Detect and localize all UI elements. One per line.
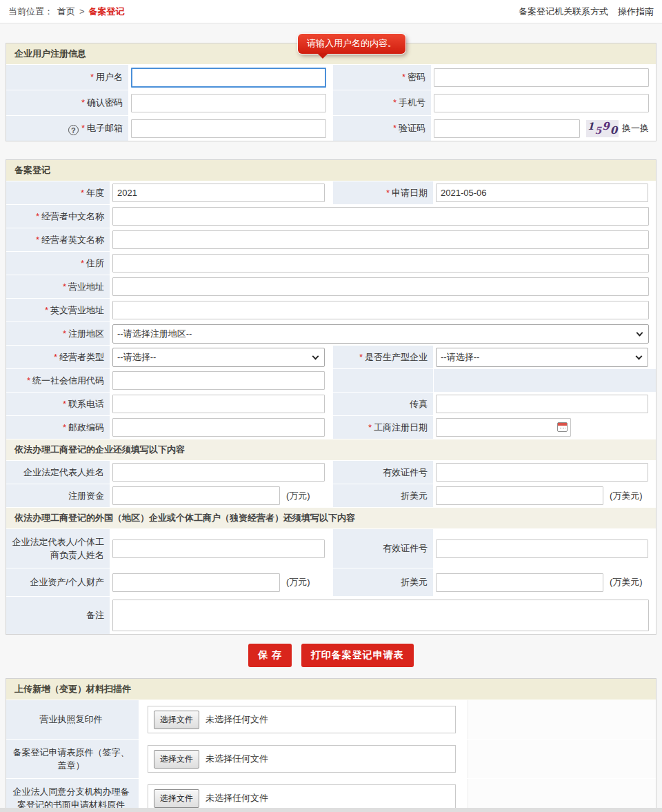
mobile-label: 手机号 <box>399 97 425 108</box>
upload-application-label: 备案登记申请表原件（签字、盖章） <box>13 747 130 771</box>
form-row: *邮政编码 *工商注册日期 <box>6 416 656 439</box>
choose-file-button[interactable]: 选择文件 <box>154 750 199 769</box>
form-row: *统一社会信用代码 <box>6 369 656 392</box>
print-application-button[interactable]: 打印备案登记申请表 <box>301 644 414 667</box>
topbar: 当前位置： 首页 > 备案登记 备案登记机关联系方式 操作指南 <box>0 0 662 23</box>
assets-label: 企业资产/个人财产 <box>30 577 104 587</box>
required-mark: * <box>402 72 405 82</box>
username-input[interactable] <box>131 68 326 88</box>
file-input-license: 选择文件 未选择任何文件 <box>148 706 456 733</box>
help-icon[interactable]: ? <box>68 125 79 135</box>
fax-input[interactable] <box>436 395 648 413</box>
required-mark: * <box>81 123 85 133</box>
form-row: *经营者英文名称 <box>6 228 656 251</box>
email-input[interactable] <box>131 119 326 138</box>
form-row: *用户名 *密码 <box>6 65 656 90</box>
required-mark: * <box>81 97 85 108</box>
empty-cell <box>468 740 656 778</box>
region-select[interactable]: --请选择注册地区-- <box>112 324 649 344</box>
contact-link[interactable]: 备案登记机关联系方式 <box>519 6 608 18</box>
captcha-digit: 9 <box>602 120 609 132</box>
phone-input[interactable] <box>112 395 325 413</box>
is-production-label: 是否生产型企业 <box>365 352 428 362</box>
year-input[interactable] <box>112 184 325 202</box>
form-row: ?*电子邮箱 *验证码 1 5 9 0 换一换 <box>6 116 656 141</box>
file-status-text: 未选择任何文件 <box>205 792 268 804</box>
foreign-id-no-label: 有效证件号 <box>383 543 428 553</box>
choose-file-button[interactable]: 选择文件 <box>154 711 199 729</box>
register-section: 企业用户注册信息 *用户名 *密码 *确认密码 *手机号 ?*电子邮箱 *验证码… <box>6 43 656 141</box>
en-biz-address-label: 英文营业地址 <box>50 305 104 315</box>
remark-textarea[interactable] <box>112 600 649 631</box>
save-button[interactable]: 保 存 <box>248 644 292 667</box>
postcode-label: 邮政编码 <box>68 422 104 433</box>
capital-input[interactable] <box>112 486 280 505</box>
operator-type-select[interactable]: --请选择-- <box>112 348 325 367</box>
reg-date-input[interactable] <box>436 418 571 437</box>
legal-rep-label: 企业法定代表人姓名 <box>23 467 104 477</box>
apply-date-input[interactable] <box>436 184 648 202</box>
residence-label: 住所 <box>86 258 104 268</box>
credit-code-label: 统一社会信用代码 <box>32 375 104 386</box>
upload-row: 企业法人同意分支机构办理备案登记的书面申请材料原件 选择文件 未选择任何文件 <box>6 779 656 812</box>
calendar-icon[interactable] <box>557 422 568 432</box>
choose-file-button[interactable]: 选择文件 <box>154 789 199 808</box>
captcha-digit: 5 <box>595 125 602 136</box>
upload-section: 上传新增（变更）材料扫描件 营业执照复印件 选择文件 未选择任何文件 备案登记申… <box>6 678 656 812</box>
foreign-rep-label: 企业法定代表人/个体工商负责人姓名 <box>12 537 104 561</box>
form-row: *年度 *申请日期 <box>6 181 656 204</box>
id-no-input[interactable] <box>436 463 648 482</box>
form-row: *住所 <box>6 252 656 275</box>
cn-name-label: 经营者中文名称 <box>41 211 104 221</box>
en-name-input[interactable] <box>112 230 649 249</box>
filing-section: 备案登记 *年度 *申请日期 *经营者中文名称 *经营者英文名称 *住所 *营业… <box>6 159 656 635</box>
is-production-select[interactable]: --请选择-- <box>436 348 648 367</box>
upload-section-title: 上传新增（变更）材料扫描件 <box>6 679 656 700</box>
mobile-input[interactable] <box>434 94 649 112</box>
assets-usd-input[interactable] <box>436 573 603 592</box>
empty-cell <box>333 369 433 392</box>
password-input[interactable] <box>434 68 649 87</box>
file-input-application: 选择文件 未选择任何文件 <box>148 745 456 773</box>
cn-name-input[interactable] <box>112 207 649 226</box>
credit-code-input[interactable] <box>112 371 325 390</box>
phone-label: 联系电话 <box>68 399 104 409</box>
domestic-subsection-title: 依法办理工商登记的企业还须填写以下内容 <box>6 439 656 460</box>
confirm-password-input[interactable] <box>131 94 326 112</box>
legal-rep-input[interactable] <box>112 463 325 482</box>
capital-usd-input[interactable] <box>436 486 603 505</box>
confirm-password-label: 确认密码 <box>87 97 123 108</box>
captcha-input[interactable] <box>434 119 580 138</box>
biz-address-input[interactable] <box>112 277 649 296</box>
file-status-text: 未选择任何文件 <box>205 713 268 726</box>
required-mark: * <box>393 123 397 133</box>
capital-label: 注册资金 <box>68 491 104 501</box>
page-bottom-divider <box>0 808 662 812</box>
foreign-id-no-input[interactable] <box>436 539 648 558</box>
required-mark: * <box>393 97 397 108</box>
postcode-input[interactable] <box>112 418 325 437</box>
required-mark: * <box>359 352 363 362</box>
required-mark: * <box>368 422 372 433</box>
password-label: 密码 <box>408 72 425 82</box>
required-mark: * <box>63 422 66 433</box>
guide-link[interactable]: 操作指南 <box>618 6 654 18</box>
apply-date-label: 申请日期 <box>392 188 428 198</box>
foreign-subsection-title: 依法办理工商登记的外国（地区）企业或个体工商户（独资经营者）还须填写以下内容 <box>6 508 656 528</box>
upload-row: 营业执照复印件 选择文件 未选择任何文件 <box>6 700 656 739</box>
residence-input[interactable] <box>112 254 649 273</box>
assets-input[interactable] <box>112 573 280 592</box>
breadcrumb: 当前位置： 首页 > 备案登记 <box>8 6 125 18</box>
captcha-refresh-link[interactable]: 换一换 <box>622 122 649 135</box>
form-row: 企业资产/个人财产 (万元) 折美元 (万美元) <box>6 568 656 596</box>
empty-cell <box>468 700 656 739</box>
form-row: *经营者类型 --请选择-- *是否生产型企业 --请选择-- <box>6 346 656 368</box>
assets-usd-label: 折美元 <box>401 577 428 587</box>
region-label: 注册地区 <box>68 328 104 339</box>
breadcrumb-home-link[interactable]: 首页 <box>57 6 75 18</box>
required-mark: * <box>36 235 39 245</box>
reg-date-label: 工商注册日期 <box>374 422 428 433</box>
captcha-label: 验证码 <box>399 123 425 133</box>
foreign-rep-input[interactable] <box>112 539 325 558</box>
en-biz-address-input[interactable] <box>112 301 649 319</box>
